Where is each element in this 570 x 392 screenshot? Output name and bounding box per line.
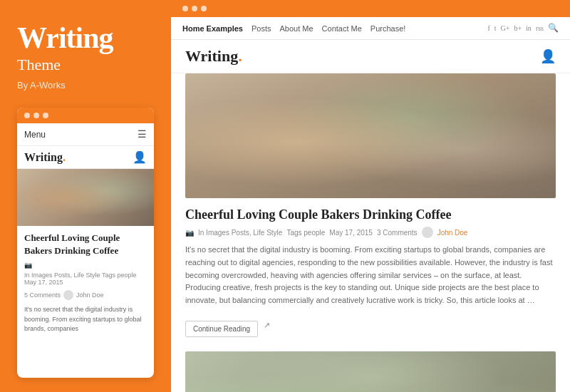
mobile-post-image-inner: [17, 169, 154, 226]
desktop-nav-left: Home Examples Posts About Me Contact Me …: [182, 24, 405, 33]
desktop-user-icon[interactable]: 👤: [540, 48, 556, 64]
nav-item-posts[interactable]: Posts: [252, 24, 271, 33]
desktop-content: Writing. 👤 Cheerful Loving Couple Bakers…: [171, 40, 570, 392]
mobile-post-meta-text: In Images Posts, Life Style Tags people …: [24, 272, 147, 286]
nav-item-contact[interactable]: Contact Me: [322, 24, 362, 33]
article-category[interactable]: In Images Posts, Life Style: [198, 229, 282, 237]
mobile-post-comments: 5 Comments John Doe: [17, 288, 154, 302]
article-title: Cheerful Loving Couple Bakers Drinking C…: [185, 207, 556, 223]
nav-item-home[interactable]: Home Examples: [182, 24, 243, 33]
desktop-nav: Home Examples Posts About Me Contact Me …: [171, 17, 570, 40]
mobile-brand: Writing.: [24, 151, 66, 164]
instagram-icon[interactable]: in: [526, 24, 532, 32]
theme-title: Writing Theme By A-Works: [17, 21, 154, 91]
mobile-post-image: [17, 169, 154, 226]
blogger-icon[interactable]: b+: [514, 24, 522, 32]
mobile-post-excerpt: It's no secret that the digital industry…: [17, 302, 154, 337]
desktop-nav-right: f t G+ b+ in rss 🔍: [487, 23, 559, 33]
article-category-icon: 📷: [185, 229, 194, 237]
article-date: May 17, 2015: [329, 229, 373, 237]
mobile-brand-bar: Writing. 👤: [17, 146, 154, 169]
mobile-avatar: [63, 290, 73, 300]
desktop-brand-bar: Writing. 👤: [171, 40, 570, 73]
mobile-post-title: Cheerful Loving Couple Bakers Drinking C…: [17, 226, 154, 259]
article-author-name[interactable]: John Doe: [437, 229, 468, 237]
left-panel: Writing Theme By A-Works Menu ☰ Writing.…: [0, 0, 171, 392]
desktop-top-bar: [171, 0, 570, 17]
mobile-preview: Menu ☰ Writing. 👤 Cheerful Loving Couple…: [17, 108, 154, 378]
right-panel: Home Examples Posts About Me Contact Me …: [171, 0, 570, 392]
share-icon[interactable]: ↗: [264, 321, 270, 330]
rss-icon[interactable]: rss: [536, 24, 544, 32]
desktop-brand: Writing.: [185, 47, 242, 66]
article-hero-image: [185, 73, 556, 198]
nav-item-about[interactable]: About Me: [280, 24, 314, 33]
google-plus-icon[interactable]: G+: [501, 24, 510, 32]
nav-item-purchase[interactable]: Purchase!: [370, 24, 406, 33]
desktop-dot-2: [192, 6, 197, 11]
desktop-dot-1: [182, 6, 188, 11]
mobile-top-bar: [17, 108, 154, 123]
mobile-post-meta: 📷 In Images Posts, Life Style Tags peopl…: [17, 259, 154, 288]
dot-2: [33, 113, 39, 118]
article-comments[interactable]: 3 Comments: [377, 229, 418, 237]
mobile-nav: Menu ☰: [17, 123, 154, 146]
mobile-post-meta-icon: 📷: [24, 262, 32, 269]
second-article-image: [185, 351, 556, 392]
hamburger-icon[interactable]: ☰: [138, 128, 147, 140]
desktop-dot-3: [201, 6, 207, 11]
article-tags: Tags people: [286, 229, 325, 237]
second-article-preview: [185, 351, 556, 392]
dot-1: [24, 113, 30, 118]
mobile-post-author: John Doe: [76, 292, 104, 299]
article-excerpt: It's no secret that the digital industry…: [185, 244, 556, 306]
article-container: Cheerful Loving Couple Bakers Drinking C…: [171, 73, 570, 351]
mobile-comments-count: 5 Comments: [24, 292, 61, 299]
facebook-icon[interactable]: f: [487, 24, 489, 32]
twitter-icon[interactable]: t: [494, 24, 497, 32]
continue-reading-button[interactable]: Continue Reading: [185, 321, 258, 337]
article-hero-inner: [185, 73, 556, 198]
search-icon[interactable]: 🔍: [548, 23, 559, 33]
dot-3: [43, 113, 48, 118]
article-author-avatar: [422, 227, 433, 238]
mobile-menu-label[interactable]: Menu: [24, 130, 46, 140]
mobile-user-icon[interactable]: 👤: [133, 150, 147, 164]
article-meta: 📷 In Images Posts, Life Style Tags peopl…: [185, 227, 556, 238]
